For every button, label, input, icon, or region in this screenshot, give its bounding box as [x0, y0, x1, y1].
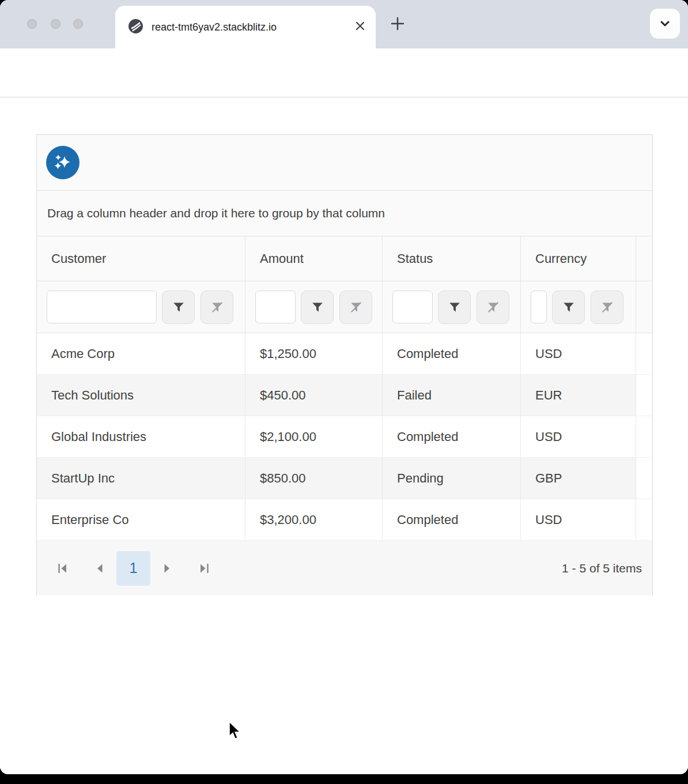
pager-last-button[interactable] [191, 555, 217, 582]
table-row[interactable]: Enterprise Co$3,200.00CompletedUSD [37, 499, 652, 541]
column-header-status[interactable]: Status [383, 236, 521, 281]
filter-cell-amount [245, 281, 383, 333]
filter-scroll-filler [636, 281, 652, 333]
pager-page-1-button[interactable]: 1 [116, 551, 150, 586]
cell-currency: GBP [521, 458, 636, 499]
funnel-icon [172, 301, 185, 314]
cell-currency: USD [521, 499, 636, 540]
browser-tab[interactable]: react-tmt6yav2.stackblitz.io [115, 6, 376, 48]
cell-customer: StartUp Inc [37, 458, 245, 499]
clear-filter-button-amount[interactable] [339, 291, 372, 324]
tab-title: react-tmt6yav2.stackblitz.io [152, 21, 355, 33]
filter-button-customer[interactable] [162, 291, 195, 324]
grid-body: Acme Corp$1,250.00CompletedUSDTech Solut… [37, 333, 652, 541]
clear-filter-button-status[interactable] [477, 291, 509, 324]
clear-filter-button-customer[interactable] [201, 291, 233, 324]
filter-cell-status [383, 281, 521, 333]
tab-close-icon[interactable] [355, 21, 365, 33]
table-row[interactable]: Tech Solutions$450.00FailedEUR [37, 375, 652, 416]
cell-currency: USD [521, 416, 636, 457]
window-close-button[interactable] [27, 19, 37, 29]
prev-page-icon [93, 561, 107, 575]
cell-amount: $1,250.00 [245, 333, 383, 374]
cell-customer: Enterprise Co [37, 499, 245, 540]
cell-status: Failed [383, 375, 521, 416]
cell-amount: $850.00 [245, 458, 383, 499]
next-page-icon [160, 561, 174, 575]
cell-status: Completed [383, 499, 521, 540]
window-zoom-button[interactable] [73, 19, 83, 29]
filter-button-status[interactable] [438, 291, 471, 324]
filter-input-customer[interactable] [47, 291, 157, 323]
funnel-icon [562, 301, 575, 314]
cell-amount: $2,100.00 [245, 416, 383, 457]
grid-filter-row [37, 281, 652, 333]
row-scroll-filler [636, 458, 652, 499]
filter-input-amount[interactable] [255, 291, 296, 323]
cell-amount: $3,200.00 [245, 499, 383, 540]
cell-currency: USD [521, 333, 636, 374]
cell-customer: Acme Corp [37, 333, 245, 374]
grid-pager: 1 1 - 5 of 5 items [37, 541, 652, 595]
table-row[interactable]: Acme Corp$1,250.00CompletedUSD [37, 333, 652, 375]
filter-input-currency[interactable] [531, 291, 547, 323]
window-minimize-button[interactable] [51, 19, 61, 29]
row-scroll-filler [636, 333, 652, 374]
ai-assistant-button[interactable] [46, 146, 80, 179]
data-grid: Drag a column header and drop it here to… [36, 134, 653, 595]
sparkles-icon [52, 152, 74, 174]
page-content: Drag a column header and drop it here to… [0, 98, 688, 774]
cell-status: Completed [383, 333, 521, 374]
pager-first-button[interactable] [50, 555, 76, 582]
cell-currency: EUR [521, 375, 636, 416]
funnel-icon [311, 301, 324, 314]
funnel-icon [448, 301, 461, 314]
pager-prev-button[interactable] [86, 555, 113, 582]
browser-toolbar: react-tmt6yav2.stackblitz.io [0, 48, 688, 97]
mouse-cursor [228, 721, 242, 741]
grid-toolbar [37, 135, 652, 191]
row-scroll-filler [636, 499, 652, 540]
funnel-slash-icon [601, 301, 614, 314]
last-page-icon [197, 561, 211, 575]
favicon [128, 18, 143, 36]
filter-button-currency[interactable] [552, 291, 585, 324]
filter-button-amount[interactable] [301, 291, 334, 324]
clear-filter-button-currency[interactable] [591, 291, 623, 324]
first-page-icon [56, 561, 70, 575]
funnel-slash-icon [211, 301, 224, 314]
table-row[interactable]: StartUp Inc$850.00PendingGBP [37, 458, 652, 499]
cell-customer: Tech Solutions [37, 375, 245, 416]
pager-info: 1 - 5 of 5 items [562, 561, 642, 575]
funnel-slash-icon [487, 301, 500, 314]
row-scroll-filler [636, 416, 652, 457]
column-header-amount[interactable]: Amount [245, 236, 383, 281]
tab-strip: react-tmt6yav2.stackblitz.io [0, 0, 688, 48]
header-scroll-filler [636, 236, 652, 281]
table-row[interactable]: Global Industries$2,100.00CompletedUSD [37, 416, 652, 458]
chevron-down-icon [658, 17, 672, 31]
filter-input-status[interactable] [392, 291, 433, 323]
cell-customer: Global Industries [37, 416, 245, 457]
grid-header-row: CustomerAmountStatusCurrency [37, 236, 652, 281]
new-tab-button[interactable] [384, 10, 411, 37]
tab-search-button[interactable] [650, 9, 680, 39]
cell-status: Pending [383, 458, 521, 499]
row-scroll-filler [636, 375, 652, 416]
browser-window: react-tmt6yav2.stackblitz.io [0, 0, 688, 774]
filter-cell-customer [37, 281, 245, 333]
cell-status: Completed [383, 416, 521, 457]
column-header-currency[interactable]: Currency [521, 236, 636, 281]
pager-next-button[interactable] [154, 555, 180, 582]
cell-amount: $450.00 [245, 375, 383, 416]
column-header-customer[interactable]: Customer [37, 236, 245, 281]
group-panel: Drag a column header and drop it here to… [37, 191, 652, 236]
funnel-slash-icon [350, 301, 362, 314]
filter-cell-currency [521, 281, 636, 333]
